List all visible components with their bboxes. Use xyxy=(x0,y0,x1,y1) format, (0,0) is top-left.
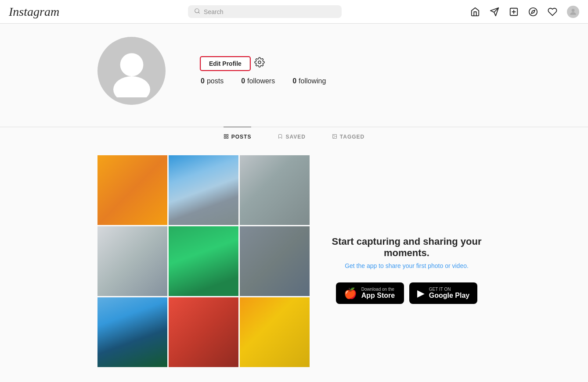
posts-stat[interactable]: 0 posts xyxy=(201,77,224,85)
google-play-text: GET IT ON Google Play xyxy=(429,287,469,300)
following-count: 0 xyxy=(292,77,296,85)
promo-panel: Start capturing and sharing your moments… xyxy=(323,155,491,367)
search-bar xyxy=(188,5,342,18)
svg-point-10 xyxy=(120,53,143,76)
new-post-icon[interactable] xyxy=(509,7,519,17)
followers-stat[interactable]: 0 followers xyxy=(241,77,275,85)
promo-subtitle: Get the app to share your first photo or… xyxy=(345,262,469,269)
grid-photo-9[interactable] xyxy=(240,297,310,367)
svg-rect-16 xyxy=(224,137,226,139)
grid-photo-6[interactable] xyxy=(240,226,310,296)
grid-photo-7[interactable] xyxy=(97,297,167,367)
posts-count: 0 xyxy=(201,77,205,85)
profile-section: Edit Profile 0 posts 0 followers xyxy=(89,24,499,127)
grid-photo-5[interactable] xyxy=(169,226,238,296)
photo-grid xyxy=(97,155,310,367)
tab-saved-label: SAVED xyxy=(285,134,305,140)
grid-icon xyxy=(224,133,229,140)
svg-marker-8 xyxy=(531,10,535,14)
app-store-sub-label: Download on the xyxy=(361,287,395,292)
home-icon[interactable] xyxy=(470,7,480,17)
grid-photo-2[interactable] xyxy=(169,155,238,225)
content-area: Start capturing and sharing your moments… xyxy=(89,146,499,367)
app-store-name: App Store xyxy=(361,292,395,300)
header-left: Instagram xyxy=(9,5,59,19)
svg-point-11 xyxy=(113,76,150,97)
settings-icon[interactable] xyxy=(254,57,265,70)
user-avatar-small[interactable] xyxy=(567,6,579,18)
svg-line-1 xyxy=(198,12,200,14)
explore-icon[interactable] xyxy=(528,7,538,17)
profile-info: Edit Profile 0 posts 0 followers xyxy=(201,57,326,85)
svg-point-18 xyxy=(333,136,334,136)
app-store-text: Download on the App Store xyxy=(361,287,395,300)
bookmark-icon xyxy=(278,133,283,140)
header: Instagram xyxy=(0,0,588,24)
profile-actions: Edit Profile xyxy=(201,57,326,70)
app-store-button[interactable]: 🍎 Download on the App Store xyxy=(336,282,404,304)
edit-profile-button[interactable]: Edit Profile xyxy=(201,57,250,70)
posts-label: posts xyxy=(207,77,224,85)
profile-avatar xyxy=(97,37,166,105)
following-label: following xyxy=(299,77,326,85)
followers-label: followers xyxy=(247,77,275,85)
grid-photo-3[interactable] xyxy=(240,155,310,225)
heart-icon[interactable] xyxy=(548,7,557,17)
google-play-button[interactable]: ▶ GET IT ON Google Play xyxy=(409,282,477,304)
tab-tagged[interactable]: TAGGED xyxy=(332,127,364,146)
profile-top: Edit Profile 0 posts 0 followers xyxy=(97,37,491,105)
tab-posts[interactable]: POSTS xyxy=(224,127,252,146)
tabs-bar: POSTS SAVED TAGGED xyxy=(89,127,499,146)
store-buttons: 🍎 Download on the App Store ▶ GET IT ON … xyxy=(336,282,477,304)
svg-point-9 xyxy=(572,9,575,12)
svg-rect-14 xyxy=(227,135,228,136)
google-play-name: Google Play xyxy=(429,292,469,300)
tab-tagged-label: TAGGED xyxy=(340,134,364,140)
instagram-logo[interactable]: Instagram xyxy=(9,5,59,19)
tab-posts-label: POSTS xyxy=(231,134,252,140)
direct-icon[interactable] xyxy=(490,7,499,17)
google-play-sub-label: GET IT ON xyxy=(429,287,469,292)
following-stat[interactable]: 0 following xyxy=(292,77,326,85)
grid-photo-8[interactable] xyxy=(169,297,238,367)
google-play-icon: ▶ xyxy=(417,288,425,299)
svg-rect-13 xyxy=(224,135,226,136)
svg-rect-15 xyxy=(227,137,228,139)
tab-saved[interactable]: SAVED xyxy=(278,127,305,146)
search-input[interactable] xyxy=(204,8,335,15)
tag-icon xyxy=(332,133,337,140)
svg-point-12 xyxy=(258,61,261,64)
promo-title: Start capturing and sharing your moments… xyxy=(332,236,482,259)
grid-photo-4[interactable] xyxy=(97,226,167,296)
grid-photo-1[interactable] xyxy=(97,155,167,225)
svg-point-7 xyxy=(529,7,537,15)
header-nav xyxy=(470,6,579,18)
followers-count: 0 xyxy=(241,77,245,85)
apple-icon: 🍎 xyxy=(344,287,357,300)
profile-stats: 0 posts 0 followers 0 following xyxy=(201,77,326,85)
search-icon xyxy=(194,8,200,15)
